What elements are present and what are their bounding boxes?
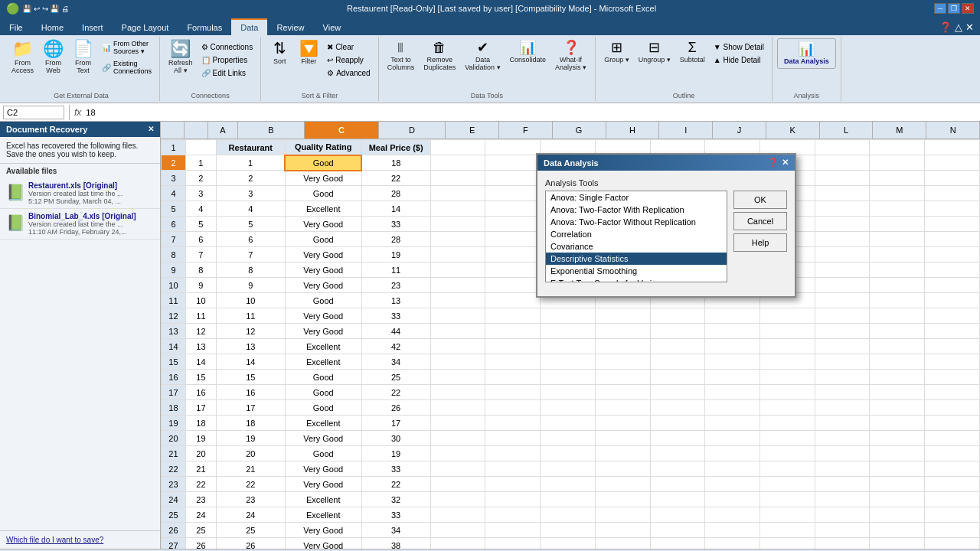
cell-a[interactable]: 26 bbox=[185, 538, 216, 549]
cell-l[interactable] bbox=[815, 431, 870, 446]
cell-j[interactable] bbox=[705, 339, 760, 354]
cell-g[interactable] bbox=[541, 416, 596, 431]
formula-input[interactable]: 18 bbox=[84, 106, 977, 119]
cell-i[interactable] bbox=[650, 385, 705, 400]
cell-g[interactable] bbox=[541, 523, 596, 538]
cell-h[interactable] bbox=[595, 461, 650, 477]
cell-f[interactable] bbox=[485, 492, 541, 507]
cell-f[interactable] bbox=[485, 186, 541, 201]
dialog-ok-button[interactable]: OK bbox=[733, 191, 787, 209]
cell-b[interactable]: 22 bbox=[216, 477, 285, 492]
edit-links-button[interactable]: 🔗 Edit Links bbox=[198, 67, 256, 79]
cell-m[interactable] bbox=[870, 324, 925, 339]
from-text-button[interactable]: 📄 FromText bbox=[69, 38, 97, 77]
cell-l[interactable] bbox=[815, 186, 870, 201]
cell-k[interactable] bbox=[760, 339, 815, 354]
col-header-K[interactable]: K bbox=[766, 122, 820, 139]
refresh-all-button[interactable]: 🔄 RefreshAll ▾ bbox=[165, 38, 197, 77]
cell-g[interactable] bbox=[541, 324, 596, 339]
consolidate-button[interactable]: 📊 Consolidate bbox=[506, 38, 550, 66]
ungroup-button[interactable]: ⊟ Ungroup ▾ bbox=[635, 38, 675, 66]
cell-f[interactable] bbox=[485, 155, 541, 171]
cell-n[interactable] bbox=[925, 308, 980, 324]
cell-d[interactable]: 42 bbox=[361, 339, 430, 354]
data-analysis-dialog[interactable]: Data Analysis ❓ ✕ Analysis Tools Anova: … bbox=[536, 153, 796, 298]
cell-e[interactable] bbox=[430, 538, 485, 549]
col-header-G[interactable]: G bbox=[553, 122, 606, 139]
cell-h[interactable] bbox=[595, 385, 650, 400]
cell-e[interactable] bbox=[430, 324, 485, 339]
connections-button[interactable]: ⚙ Connections bbox=[198, 41, 256, 53]
cell-d[interactable]: 23 bbox=[361, 278, 430, 293]
cell-g[interactable] bbox=[541, 400, 596, 416]
cell-f[interactable] bbox=[485, 354, 541, 370]
cell-n[interactable] bbox=[925, 446, 980, 461]
cell-m[interactable] bbox=[870, 247, 925, 262]
cell-l[interactable] bbox=[815, 232, 870, 247]
cell-f[interactable] bbox=[485, 446, 541, 461]
cell-l[interactable] bbox=[815, 507, 870, 523]
cell-n[interactable] bbox=[925, 232, 980, 247]
tab-formulas[interactable]: Formulas bbox=[178, 18, 231, 35]
cell-d[interactable]: 44 bbox=[361, 324, 430, 339]
tab-home[interactable]: Home bbox=[32, 18, 73, 35]
cell-d[interactable]: 30 bbox=[361, 431, 430, 446]
cell-g[interactable] bbox=[541, 339, 596, 354]
cell-m[interactable] bbox=[870, 262, 925, 278]
cell-f[interactable] bbox=[485, 324, 541, 339]
cell-e[interactable] bbox=[430, 262, 485, 278]
cell-a[interactable]: 15 bbox=[185, 370, 216, 385]
cell-c[interactable]: Excellent bbox=[285, 339, 361, 354]
cell-e[interactable] bbox=[430, 431, 485, 446]
cell-a[interactable]: 16 bbox=[185, 385, 216, 400]
cell-f[interactable] bbox=[485, 140, 541, 155]
cell-l[interactable] bbox=[815, 416, 870, 431]
cell-d[interactable]: 38 bbox=[361, 538, 430, 549]
cell-a[interactable]: 25 bbox=[185, 523, 216, 538]
cell-e[interactable] bbox=[430, 385, 485, 400]
cell-j[interactable] bbox=[705, 431, 760, 446]
cell-b[interactable]: 18 bbox=[216, 416, 285, 431]
cell-c[interactable]: Good bbox=[285, 370, 361, 385]
cell-n[interactable] bbox=[925, 416, 980, 431]
cell-h[interactable] bbox=[595, 370, 650, 385]
cell-c[interactable]: Good bbox=[285, 385, 361, 400]
cell-g[interactable] bbox=[541, 354, 596, 370]
cell-n[interactable] bbox=[925, 140, 980, 155]
analysis-list-item[interactable]: Descriptive Statistics bbox=[546, 253, 727, 265]
analysis-tools-list[interactable]: Anova: Single FactorAnova: Two-Factor Wi… bbox=[545, 191, 727, 282]
cell-n[interactable] bbox=[925, 324, 980, 339]
cell-d[interactable]: 33 bbox=[361, 507, 430, 523]
cell-e[interactable] bbox=[430, 446, 485, 461]
cell-i[interactable] bbox=[650, 461, 705, 477]
cell-e[interactable] bbox=[430, 155, 485, 171]
cell-m[interactable] bbox=[870, 293, 925, 308]
cell-e[interactable] bbox=[430, 217, 485, 232]
cell-e[interactable] bbox=[430, 293, 485, 308]
cell-i[interactable] bbox=[650, 339, 705, 354]
cell-b[interactable]: 8 bbox=[216, 262, 285, 278]
col-header-C[interactable]: C bbox=[305, 122, 379, 139]
cell-f[interactable] bbox=[485, 171, 541, 186]
cell-m[interactable] bbox=[870, 339, 925, 354]
cell-d[interactable]: 34 bbox=[361, 523, 430, 538]
cell-k[interactable] bbox=[760, 354, 815, 370]
cell-b[interactable]: 7 bbox=[216, 247, 285, 262]
cell-b[interactable]: 11 bbox=[216, 308, 285, 324]
cell-e[interactable] bbox=[430, 507, 485, 523]
cell-e[interactable] bbox=[430, 477, 485, 492]
cell-n[interactable] bbox=[925, 431, 980, 446]
cell-d[interactable]: 33 bbox=[361, 308, 430, 324]
cell-f[interactable] bbox=[485, 507, 541, 523]
cell-h[interactable] bbox=[595, 431, 650, 446]
cell-e[interactable] bbox=[430, 354, 485, 370]
cell-i[interactable] bbox=[650, 523, 705, 538]
cell-a[interactable]: 21 bbox=[185, 461, 216, 477]
cell-a[interactable]: 5 bbox=[185, 217, 216, 232]
cell-f[interactable] bbox=[485, 247, 541, 262]
cell-m[interactable] bbox=[870, 416, 925, 431]
cell-n[interactable] bbox=[925, 385, 980, 400]
cell-l[interactable] bbox=[815, 461, 870, 477]
cell-f[interactable] bbox=[485, 523, 541, 538]
cell-f[interactable] bbox=[485, 385, 541, 400]
